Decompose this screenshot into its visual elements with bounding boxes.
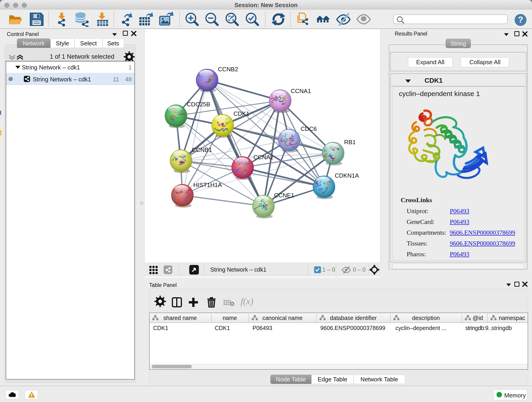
svg-text:RB1: RB1 [344, 139, 356, 146]
svg-text:CDK1: CDK1 [234, 110, 249, 117]
svg-text:CCNB2: CCNB2 [218, 66, 238, 73]
svg-text:CCNA1: CCNA1 [291, 88, 311, 95]
svg-text:CCNA2: CCNA2 [253, 154, 273, 161]
svg-text:CCNE1: CCNE1 [274, 192, 294, 199]
svg-text:CCNB1: CCNB1 [192, 147, 212, 153]
svg-text:CDC25B: CDC25B [187, 101, 210, 108]
svg-text:HIST1H1A: HIST1H1A [193, 182, 222, 188]
svg-text:CDKN1A: CDKN1A [335, 172, 359, 179]
svg-text:CDC6: CDC6 [301, 125, 317, 132]
